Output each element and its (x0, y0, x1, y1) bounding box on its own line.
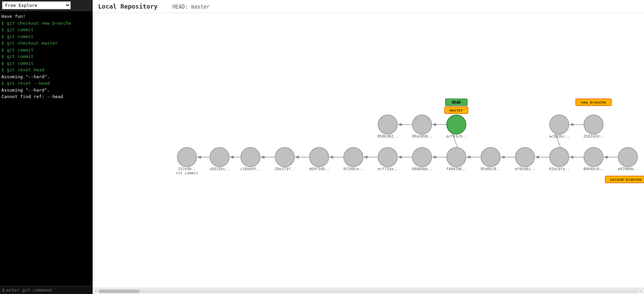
svg-text:c10de9f..: c10de9f.. (240, 167, 261, 171)
svg-text:ecf93c9..: ecf93c9.. (446, 134, 467, 139)
node-ef85d01[interactable] (515, 148, 535, 167)
node-8064bc0[interactable] (584, 148, 603, 167)
node-050b302[interactable] (378, 115, 397, 134)
node-137e9b[interactable] (177, 148, 197, 167)
terminal-output: Have fun!$ git checkout new_branche$ git… (0, 11, 93, 286)
terminal-line: Assuming "--hard". (1, 73, 91, 80)
node-01dcbfa[interactable] (550, 148, 569, 167)
scroll-right-arrow[interactable]: > (638, 289, 643, 293)
terminal-line: $ git commit (1, 47, 91, 54)
svg-text:ac582bc..: ac582bc.. (549, 134, 570, 139)
terminal-line: $ git checkout new_branche (1, 20, 91, 27)
node-9f2d0ce[interactable] (344, 148, 363, 167)
mode-dropdown[interactable]: Free Explore (2, 1, 71, 9)
node-2582d2d[interactable] (584, 115, 603, 134)
svg-text:95d0b18..: 95d0b18.. (480, 167, 501, 171)
terminal-line: $ git checkout master (1, 40, 91, 47)
node-ac582bc[interactable] (550, 115, 569, 134)
main-layout: Free Explore Have fun!$ git checkout new… (0, 0, 644, 294)
node-68066bb[interactable] (412, 148, 432, 167)
repo-header: Local Repository HEAD: master (93, 0, 644, 13)
terminal-line: $ git commit (1, 26, 91, 33)
scroll-thumb[interactable] (98, 290, 140, 293)
node-95d0b18[interactable] (481, 148, 500, 167)
svg-text:99a1050..: 99a1050.. (412, 134, 432, 139)
node-ecf72da[interactable] (378, 148, 397, 167)
svg-text:050b302..: 050b302.. (377, 134, 398, 139)
svg-text:d60f348..: d60f348.. (309, 167, 329, 171)
terminal-line: Assuming "--hard". (1, 87, 91, 94)
svg-text:second-branche: second-branche (610, 177, 642, 182)
terminal-line: $ git commit (1, 60, 91, 67)
terminal-input-bar: $ (0, 286, 93, 294)
node-99a1050[interactable] (412, 115, 432, 134)
node-c10de9f[interactable] (241, 148, 260, 167)
svg-text:8064bc0..: 8064bc0.. (583, 167, 604, 171)
scroll-track[interactable] (98, 290, 639, 293)
node-f404296[interactable] (447, 148, 466, 167)
svg-text:f404296..: f404296.. (446, 167, 467, 171)
head-ref: HEAD: master (173, 4, 210, 10)
node-c6615bc[interactable] (210, 148, 229, 167)
right-panel: Local Repository HEAD: master (93, 0, 644, 294)
svg-text:ef85d01..: ef85d01.. (515, 167, 535, 171)
svg-text:c6615bc..: c6615bc.. (209, 167, 230, 171)
terminal-line: Cannot find ref: --head (1, 93, 91, 100)
svg-text:01dcbfa..: 01dcbfa.. (549, 167, 570, 171)
node-e0790db[interactable] (618, 148, 637, 167)
svg-text:new_branche: new_branche (581, 100, 606, 105)
left-panel: Free Explore Have fun!$ git checkout new… (0, 0, 93, 294)
terminal-line: Have fun! (1, 13, 91, 20)
terminal-line: $ git commit (1, 33, 91, 40)
bottom-scrollbar[interactable]: < > (93, 288, 644, 294)
svg-text:18e373f..: 18e373f.. (274, 167, 295, 171)
svg-text:9f2d0ce..: 9f2d0ce.. (343, 167, 364, 171)
node-18e373f[interactable] (275, 148, 294, 167)
terminal-line: $ git reset --head (1, 80, 91, 87)
repo-title: Local Repository (98, 3, 157, 10)
prompt-symbol: $ (2, 287, 5, 293)
terminal-line: $ git reset head (1, 67, 91, 73)
svg-text:e0790db..: e0790db.. (618, 167, 638, 171)
node-ecf93c9-active[interactable] (447, 115, 466, 134)
git-graph: e0790db.. 8064bc0.. 01dcbfa.. ef85d01.. … (93, 23, 644, 215)
graph-container[interactable]: e0790db.. 8064bc0.. 01dcbfa.. ef85d01.. … (93, 13, 644, 288)
svg-text:68066bb..: 68066bb.. (412, 167, 432, 171)
terminal-input[interactable] (6, 287, 91, 293)
terminal-line: $ git commit (1, 53, 91, 60)
svg-text:master: master (449, 108, 463, 113)
svg-text:2582d2d..: 2582d2d.. (583, 134, 604, 139)
svg-text:HEAD: HEAD (452, 100, 461, 105)
node-d60f348[interactable] (309, 148, 329, 167)
svg-text:ecf72da..: ecf72da.. (377, 167, 398, 171)
scroll-left-arrow[interactable]: < (93, 289, 98, 293)
svg-text:rst commit: rst commit (176, 171, 198, 175)
dropdown-bar: Free Explore (0, 0, 93, 11)
